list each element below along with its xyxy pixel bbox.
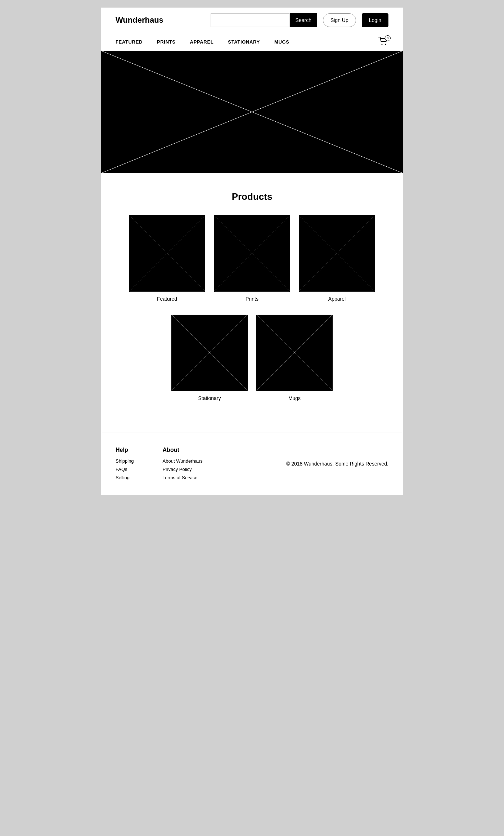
product-card-featured[interactable]: Featured — [129, 215, 205, 302]
page-wrapper: Wunderhaus Search Sign Up Login FEATURED… — [101, 7, 403, 495]
nav-item-mugs[interactable]: MUGS — [274, 39, 289, 45]
product-card-prints[interactable]: Prints — [214, 215, 290, 302]
footer-help-col: Help Shipping FAQs Selling — [116, 447, 134, 480]
svg-point-1 — [385, 44, 386, 45]
hero-placeholder — [101, 51, 403, 173]
products-row-2: Stationary Mugs — [116, 315, 388, 401]
logo: Wunderhaus — [116, 15, 163, 25]
login-button[interactable]: Login — [362, 13, 388, 27]
product-label-stationary: Stationary — [198, 395, 221, 401]
featured-image — [129, 215, 205, 292]
search-form: Search — [211, 13, 317, 27]
footer-link-privacy[interactable]: Privacy Policy — [163, 467, 203, 472]
nav-item-featured[interactable]: FEATURED — [116, 39, 143, 45]
footer-inner: Help Shipping FAQs Selling About About W… — [116, 447, 388, 480]
header: Wunderhaus Search Sign Up Login — [101, 8, 403, 33]
hero-banner — [101, 51, 403, 173]
product-card-apparel[interactable]: Apparel — [299, 215, 375, 302]
mugs-image — [256, 315, 333, 391]
footer-link-terms[interactable]: Terms of Service — [163, 475, 203, 480]
footer-link-shipping[interactable]: Shipping — [116, 458, 134, 464]
product-card-stationary[interactable]: Stationary — [171, 315, 248, 401]
footer-help-heading: Help — [116, 447, 134, 453]
apparel-image — [299, 215, 375, 292]
nav: FEATURED PRINTS APPAREL STATIONARY MUGS … — [101, 33, 403, 51]
product-card-mugs[interactable]: Mugs — [256, 315, 333, 401]
product-label-prints: Prints — [246, 296, 258, 302]
product-label-featured: Featured — [157, 296, 177, 302]
footer-link-about[interactable]: About Wunderhaus — [163, 458, 203, 464]
search-button[interactable]: Search — [290, 13, 317, 27]
products-row-1: Featured Prints — [116, 215, 388, 302]
nav-item-prints[interactable]: PRINTS — [157, 39, 176, 45]
stationary-image — [171, 315, 248, 391]
footer-link-faqs[interactable]: FAQs — [116, 467, 134, 472]
products-section: Products Featured — [101, 173, 403, 432]
footer-link-selling[interactable]: Selling — [116, 475, 134, 480]
product-label-mugs: Mugs — [288, 395, 301, 401]
search-input[interactable] — [211, 13, 290, 27]
product-label-apparel: Apparel — [328, 296, 346, 302]
nav-item-stationary[interactable]: STATIONARY — [228, 39, 260, 45]
footer: Help Shipping FAQs Selling About About W… — [101, 432, 403, 495]
footer-copyright: © 2018 Wunderhaus. Some Rights Reserved. — [286, 461, 388, 467]
footer-about-heading: About — [163, 447, 203, 453]
products-title: Products — [116, 191, 388, 202]
nav-item-apparel[interactable]: APPAREL — [190, 39, 214, 45]
svg-point-0 — [382, 44, 383, 45]
cart-button[interactable]: 0 — [378, 37, 388, 47]
prints-image — [214, 215, 290, 292]
footer-about-col: About About Wunderhaus Privacy Policy Te… — [163, 447, 203, 480]
cart-count: 0 — [385, 35, 391, 41]
signup-button[interactable]: Sign Up — [323, 13, 356, 27]
